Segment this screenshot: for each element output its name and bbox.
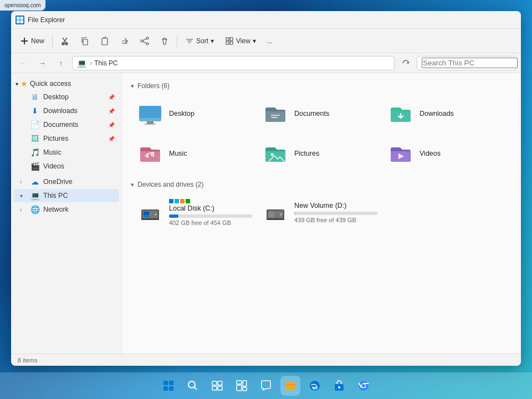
quick-access-header[interactable]: ▾ ★ Quick access (11, 78, 121, 90)
sort-button[interactable]: Sort ▾ (181, 34, 218, 48)
sidebar-item-downloads[interactable]: ⬇ Downloads 📌 (13, 104, 119, 117)
pictures-folder-icon (262, 140, 289, 167)
drives-grid: Local Disk (C:) 402 GB free of 454 GB (131, 194, 512, 231)
music-icon: 🎵 (30, 147, 40, 157)
folders-section-label: Folders (6) (137, 82, 170, 90)
delete-button[interactable] (156, 34, 173, 48)
svg-rect-37 (163, 386, 168, 391)
network-expand-icon: › (20, 207, 27, 213)
taskbar-search-button[interactable] (183, 376, 203, 396)
music-folder-label: Music (169, 150, 187, 157)
drives-expand-btn[interactable]: ▾ (131, 181, 134, 188)
view-button[interactable]: View ▾ (221, 34, 260, 48)
sidebar-item-pictures[interactable]: 🖼 Pictures 📌 (13, 132, 119, 145)
taskbar-chrome-button[interactable] (354, 376, 374, 396)
title-bar: File Explorer (11, 11, 521, 29)
address-bar: ← → ↑ 💻 › This PC (11, 53, 521, 73)
opensooq-logo: opensooq.com (0, 0, 45, 11)
folder-item-music[interactable]: Music (131, 135, 253, 172)
sidebar-item-videos[interactable]: 🎬 Videos (13, 160, 119, 173)
main-content: ▾ ★ Quick access 🖥 Desktop 📌 ⬇ Downloads… (11, 73, 521, 354)
quick-access-expand-icon: ▾ (16, 81, 18, 87)
folders-expand-btn[interactable]: ▾ (131, 83, 134, 90)
svg-rect-7 (102, 38, 108, 45)
svg-point-50 (338, 386, 340, 388)
sidebar: ▾ ★ Quick access 🖥 Desktop 📌 ⬇ Downloads… (11, 73, 122, 354)
svg-rect-17 (139, 106, 161, 118)
drive-c-icon (137, 200, 163, 226)
svg-rect-47 (243, 387, 247, 391)
taskbar-store-button[interactable] (329, 376, 349, 396)
svg-rect-18 (147, 121, 154, 124)
sidebar-item-desktop[interactable]: 🖥 Desktop 📌 (13, 90, 119, 104)
drive-c-size: 402 GB free of 454 GB (169, 219, 252, 226)
search-box[interactable] (417, 56, 516, 70)
forward-button[interactable]: → (34, 55, 50, 71)
drive-item-c[interactable]: Local Disk (C:) 402 GB free of 454 GB (131, 194, 253, 231)
drive-c-bar-container (169, 214, 252, 218)
svg-rect-20 (271, 115, 280, 116)
up-button[interactable]: ↑ (53, 55, 69, 71)
back-button[interactable]: ← (16, 55, 31, 71)
drive-d-bar-container (294, 212, 377, 215)
svg-point-39 (188, 381, 195, 388)
taskbar-start-button[interactable] (158, 376, 178, 396)
thispc-icon: 💻 (30, 191, 40, 201)
rename-button[interactable] (116, 34, 134, 48)
network-label: Network (43, 206, 69, 213)
folder-item-desktop[interactable]: Desktop (131, 95, 253, 132)
taskbar-edge-button[interactable] (305, 376, 325, 396)
more-button[interactable]: ... (263, 34, 277, 48)
sidebar-item-network[interactable]: › 🌐 Network (13, 203, 119, 216)
folder-item-pictures[interactable]: Pictures (256, 135, 378, 172)
folder-item-videos[interactable]: Videos (381, 135, 503, 172)
svg-rect-1 (21, 17, 24, 20)
videos-icon: 🎬 (30, 161, 40, 171)
svg-rect-42 (212, 386, 217, 390)
desktop-folder-icon (137, 100, 163, 127)
taskbar-chat-button[interactable] (256, 376, 276, 396)
svg-rect-36 (169, 381, 173, 385)
pictures-icon: 🖼 (30, 134, 40, 144)
sidebar-item-documents[interactable]: 📄 Documents 📌 (13, 118, 119, 131)
documents-folder-icon (262, 100, 289, 127)
svg-rect-12 (230, 38, 233, 40)
svg-rect-43 (218, 386, 222, 390)
drive-d-info: New Volume (D:) 439 GB free of 439 GB (294, 202, 377, 223)
taskbar-widgets-button[interactable] (232, 376, 252, 396)
sidebar-item-thispc[interactable]: ▾ 💻 This PC (13, 189, 119, 202)
sidebar-item-music[interactable]: 🎵 Music (13, 146, 119, 159)
cut-button[interactable] (56, 34, 74, 48)
address-path-bar[interactable]: 💻 › This PC (72, 56, 395, 70)
search-input[interactable] (422, 58, 518, 68)
documents-icon: 📄 (30, 120, 40, 130)
svg-rect-21 (271, 117, 278, 118)
svg-rect-2 (17, 20, 20, 23)
folder-item-documents[interactable]: Documents (256, 95, 378, 132)
path-chevron: › (90, 59, 92, 67)
sidebar-item-onedrive[interactable]: › ☁ OneDrive (13, 175, 119, 188)
file-area: ▾ Folders (6) Desktop Documents (122, 73, 521, 354)
downloads-label: Downloads (43, 107, 78, 115)
separator-2 (177, 34, 177, 48)
separator (52, 34, 53, 48)
downloads-folder-icon (387, 100, 414, 127)
music-folder-icon (137, 140, 163, 167)
drive-item-d[interactable]: New Volume (D:) 439 GB free of 439 GB (256, 194, 378, 231)
svg-rect-32 (269, 212, 274, 217)
drive-d-size: 439 GB free of 439 GB (294, 217, 377, 223)
refresh-button[interactable] (398, 55, 413, 71)
copy-button[interactable] (76, 34, 94, 48)
drives-section-header: ▾ Devices and drives (2) (131, 181, 512, 188)
taskbar-explorer-button[interactable] (280, 376, 300, 396)
share-button[interactable] (136, 34, 154, 48)
thispc-label: This PC (43, 192, 68, 200)
new-button[interactable]: New (16, 34, 49, 48)
pictures-folder-label: Pictures (294, 150, 319, 157)
svg-rect-40 (212, 381, 217, 385)
svg-rect-35 (163, 381, 168, 385)
folder-item-downloads[interactable]: Downloads (381, 95, 503, 132)
paste-button[interactable] (96, 34, 114, 48)
taskbar-taskview-button[interactable] (207, 376, 227, 396)
quick-access-star-icon: ★ (21, 79, 28, 88)
